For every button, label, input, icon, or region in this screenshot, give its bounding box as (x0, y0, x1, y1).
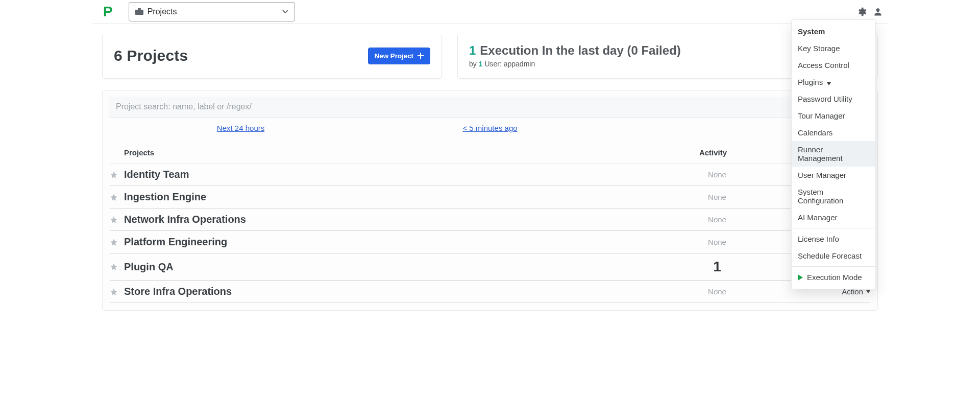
star-icon[interactable] (110, 263, 124, 271)
projects-summary-card: 6 Projects New Project (102, 34, 442, 79)
byline-prefix: by (469, 60, 477, 68)
project-activity: None (666, 193, 768, 201)
project-name[interactable]: Platform Engineering (124, 236, 666, 248)
menu-item-label: Execution Mode (807, 273, 862, 282)
search-input[interactable] (115, 102, 867, 112)
project-activity: None (666, 215, 768, 224)
page-root: P Projects 6 Projects (92, 0, 888, 311)
menu-item-runner-management[interactable]: Runner Management (792, 141, 875, 167)
briefcase-icon (135, 8, 143, 15)
table-row: Ingestion EngineNoneAction (110, 186, 870, 208)
project-name[interactable]: Store Infra Operations (124, 286, 666, 297)
menu-item-user-manager[interactable]: User Manager (792, 167, 875, 183)
topbar: P Projects (92, 0, 888, 24)
menu-item-access-control[interactable]: Access Control (792, 57, 875, 74)
table-row: Identity TeamNoneAction (110, 164, 870, 186)
menu-item-password-utility[interactable]: Password Utility (792, 90, 875, 107)
system-menu: System Key StorageAccess ControlPluginsP… (791, 19, 876, 289)
play-icon (798, 274, 803, 281)
project-activity: None (666, 287, 768, 296)
recent-activity-link[interactable]: < 5 minutes ago (462, 124, 517, 132)
menu-item-system-configuration[interactable]: System Configuration (792, 183, 875, 209)
menu-item-label: Runner Management (798, 145, 869, 163)
executions-title: Execution In the last day (0 Failed) (480, 43, 680, 58)
menu-item-label: Password Utility (798, 95, 852, 103)
menu-item-ai-manager[interactable]: AI Manager (792, 209, 875, 226)
new-project-label: New Project (375, 52, 413, 60)
project-name[interactable]: Ingestion Engine (124, 191, 666, 203)
star-icon[interactable] (110, 171, 124, 179)
project-activity: None (666, 170, 768, 179)
menu-item-schedule-forecast[interactable]: Schedule Forecast (792, 247, 875, 264)
menu-item-label: Access Control (798, 61, 849, 69)
gear-icon[interactable] (856, 7, 867, 17)
col-activity: Activity (662, 148, 764, 157)
search-bar (109, 97, 871, 118)
plus-icon (418, 53, 424, 59)
executions-count: 1 (469, 43, 476, 58)
table-row: Plugin QA1Action (110, 253, 870, 281)
system-menu-title: System (792, 23, 875, 40)
table-row: Network Infra OperationsNoneAction (110, 208, 870, 231)
menu-item-key-storage[interactable]: Key Storage (792, 40, 875, 57)
star-icon[interactable] (110, 193, 124, 201)
svg-rect-1 (138, 8, 141, 10)
table-header: Projects Activity Actions (110, 142, 870, 164)
topbar-actions (856, 7, 883, 17)
caret-down-icon (866, 290, 870, 293)
menu-item-label: Tour Manager (798, 111, 845, 120)
project-name[interactable]: Plugin QA (124, 261, 666, 273)
svg-point-2 (876, 8, 880, 12)
menu-item-label: Plugins (798, 78, 823, 86)
projects-count: 6 Projects (114, 47, 188, 64)
menu-item-tour-manager[interactable]: Tour Manager (792, 107, 875, 124)
user-icon[interactable] (873, 7, 883, 17)
svg-rect-4 (418, 55, 424, 56)
byline-count: 1 (479, 60, 483, 68)
menu-item-label: System Configuration (798, 188, 869, 205)
table-row: Platform EngineeringNoneAction (110, 231, 870, 253)
menu-item-label: License Info (798, 235, 839, 243)
menu-divider (792, 266, 875, 267)
star-icon[interactable] (110, 288, 124, 296)
star-icon[interactable] (110, 238, 124, 246)
menu-item-license-info[interactable]: License Info (792, 230, 875, 247)
project-activity: 1 (666, 259, 768, 275)
star-icon[interactable] (110, 216, 124, 224)
next-24-link[interactable]: Next 24 hours (217, 124, 264, 132)
time-links-row: Next 24 hours < 5 minutes ago (103, 118, 877, 142)
menu-item-label: User Manager (798, 171, 846, 179)
projects-panel: Next 24 hours < 5 minutes ago Projects A… (102, 90, 878, 311)
project-name[interactable]: Identity Team (124, 169, 666, 180)
brand-logo: P (103, 4, 113, 20)
menu-item-label: AI Manager (798, 213, 838, 222)
project-name[interactable]: Network Infra Operations (124, 214, 666, 225)
summary-cards: 6 Projects New Project 1 Execution In th… (92, 24, 888, 79)
table-row: Store Infra OperationsNoneAction (110, 281, 870, 303)
caret-down-icon (827, 78, 831, 87)
byline-suffix: User: appadmin (484, 60, 535, 68)
new-project-button[interactable]: New Project (368, 48, 430, 64)
menu-item-execution-mode[interactable]: Execution Mode (792, 269, 875, 286)
chevron-down-icon (282, 10, 288, 14)
menu-item-label: Schedule Forecast (798, 251, 862, 260)
menu-item-label: Key Storage (798, 44, 840, 53)
menu-item-calendars[interactable]: Calendars (792, 124, 875, 141)
project-selector[interactable]: Projects (129, 2, 295, 21)
projects-table: Projects Activity Actions Identity TeamN… (103, 142, 877, 310)
project-activity: None (666, 238, 768, 246)
menu-item-label: Calendars (798, 128, 832, 137)
col-projects: Projects (124, 148, 662, 157)
svg-rect-0 (135, 10, 143, 15)
menu-item-plugins[interactable]: Plugins (792, 74, 875, 90)
menu-divider (792, 228, 875, 228)
project-selector-label: Projects (148, 7, 177, 16)
